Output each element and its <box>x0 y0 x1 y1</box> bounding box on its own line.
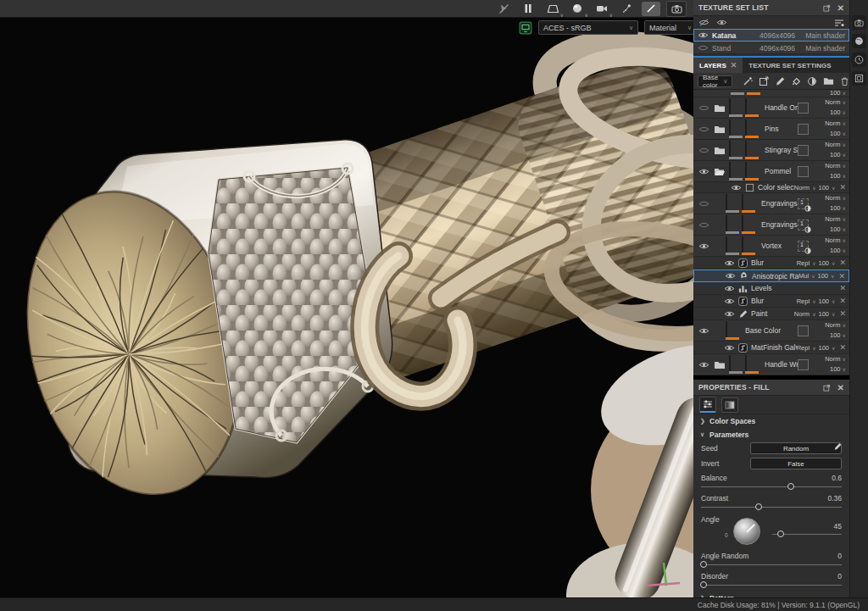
effect-blend-opacity[interactable]: Repl ∨ 100 ∨ ✕ <box>797 343 849 352</box>
layer-thumbnail[interactable] <box>726 195 740 213</box>
layer-row-fill[interactable]: Engravings Koi Black 1Norm ∨100 ∨ <box>693 193 849 214</box>
blend-opacity[interactable]: Norm ∨100 ∨ <box>812 97 849 118</box>
eye-open-icon[interactable] <box>724 285 735 292</box>
layer-row-fill[interactable]: Vortex 1Norm ∨100 ∨ <box>693 236 849 257</box>
layer-mask-thumbnail[interactable]: 1 <box>798 241 809 252</box>
panel-tab-render-camera[interactable] <box>852 15 866 30</box>
eye-open-icon[interactable] <box>724 259 735 267</box>
slider-knob[interactable] <box>700 581 707 588</box>
colorspace-dropdown[interactable]: ACES - sRGB∨ <box>538 20 638 35</box>
tab-material-props[interactable] <box>699 397 716 413</box>
eye-open-icon[interactable] <box>693 168 714 175</box>
shading-mode-dropdown[interactable]: Material∨ <box>644 20 693 35</box>
layer-thumbnail[interactable] <box>729 99 743 117</box>
remove-effect-icon[interactable]: ✕ <box>839 284 846 292</box>
close-icon[interactable]: ✕ <box>837 3 844 13</box>
katana-render[interactable] <box>0 0 693 597</box>
tab-layers[interactable]: LAYERS ✕ <box>693 58 743 73</box>
layer-thumbnail[interactable] <box>745 99 760 117</box>
fill-bucket-icon[interactable] <box>791 76 801 86</box>
smart-material-icon[interactable] <box>743 76 753 86</box>
effect-stack-icon[interactable] <box>807 76 817 86</box>
remove-effect-icon[interactable]: ✕ <box>839 297 846 305</box>
eye-open-icon[interactable] <box>716 19 727 26</box>
tool-material-sphere[interactable]: ∨ <box>568 2 587 16</box>
blend-opacity[interactable]: Norm ∨100 ∨ <box>812 161 849 181</box>
param-slider[interactable] <box>701 561 842 569</box>
angle-dial[interactable] <box>733 518 760 545</box>
effect-row[interactable]: Blur Repl ∨ 100 ∨ ✕ <box>693 257 849 269</box>
tool-particle-brush[interactable] <box>617 2 636 16</box>
layer-row-group[interactable]: Handle Ornament Norm ∨100 ∨ <box>693 97 849 119</box>
layer-mask-thumbnail[interactable] <box>798 124 809 135</box>
list-filter-icon[interactable] <box>834 19 844 27</box>
panel-tab-history-clock[interactable] <box>852 53 866 67</box>
remove-effect-icon[interactable]: ✕ <box>838 272 845 281</box>
blend-opacity[interactable]: Norm ∨100 ∨ <box>812 193 849 214</box>
slider-knob[interactable] <box>787 483 794 490</box>
effect-row[interactable]: Levels ✕ <box>693 282 849 295</box>
layer-thumbnail[interactable] <box>742 237 756 255</box>
layer-row-group[interactable]: Handle Wraps Norm ∨100 ∨ <box>693 354 849 375</box>
panel-tab-shader-ball[interactable] <box>852 34 866 48</box>
layer-thumbnail[interactable] <box>729 142 743 159</box>
eye-closed-icon[interactable] <box>693 125 714 133</box>
layer-mask-thumbnail[interactable] <box>798 166 809 177</box>
layer-mask-thumbnail[interactable] <box>798 103 809 114</box>
layer-thumbnail[interactable] <box>729 356 743 374</box>
eye-closed-icon[interactable] <box>693 221 714 229</box>
tab-close-icon[interactable]: ✕ <box>731 61 737 69</box>
effect-blend-opacity[interactable]: ✕ <box>837 284 849 292</box>
tool-screenshot-camera[interactable] <box>666 1 687 17</box>
layer-thumbnail[interactable] <box>726 322 740 340</box>
blend-opacity[interactable]: Norm ∨100 ∨ <box>812 214 849 235</box>
tool-cursor-disabled[interactable] <box>494 2 513 16</box>
blend-opacity[interactable]: Norm ∨100 ∨ <box>812 320 849 341</box>
effect-row[interactable]: Blur Repl ∨ 100 ∨ ✕ <box>693 295 849 308</box>
layer-mask-thumbnail[interactable] <box>798 325 809 336</box>
blend-opacity[interactable]: Norm ∨100 ∨ <box>812 140 849 160</box>
effect-blend-opacity[interactable]: Repl ∨ 100 ∨ ✕ <box>797 297 849 305</box>
layer-thumbnail[interactable] <box>729 120 743 138</box>
effect-blend-opacity[interactable]: Repl ∨ 100 ∨ ✕ <box>797 258 849 267</box>
display-calibration-icon[interactable] <box>519 21 532 35</box>
param-slider[interactable] <box>772 530 842 538</box>
remove-effect-icon[interactable]: ✕ <box>839 183 846 192</box>
fill-layer-icon[interactable] <box>759 76 769 86</box>
blend-opacity[interactable]: 100 ∨ <box>812 90 849 97</box>
eye-closed-icon[interactable] <box>693 104 714 112</box>
effect-blend-opacity[interactable]: Mul ∨ 100 ∨ ✕ <box>798 272 849 281</box>
delete-layer-icon[interactable] <box>840 76 849 86</box>
param-slider[interactable] <box>701 581 842 589</box>
eye-open-icon[interactable] <box>725 272 736 280</box>
eye-closed-icon[interactable] <box>693 200 714 208</box>
eye-open-icon[interactable] <box>693 361 714 369</box>
layer-row-group[interactable]: Pins Norm ∨100 ∨ <box>693 119 849 140</box>
effect-row[interactable]: Paint Norm ∨ 100 ∨ ✕ <box>693 308 849 320</box>
layer-thumbnail[interactable] <box>745 142 760 159</box>
eye-open-icon[interactable] <box>724 297 735 305</box>
tab-texture-set-settings[interactable]: TEXTURE SET SETTINGS <box>743 58 837 73</box>
remove-effect-icon[interactable]: ✕ <box>839 258 846 267</box>
layer-row-fill[interactable]: Base Color Norm ∨100 ∨ <box>693 320 849 342</box>
eye-closed-icon[interactable] <box>698 44 709 52</box>
layer-thumbnail[interactable] <box>745 163 760 181</box>
remove-effect-icon[interactable]: ✕ <box>839 343 846 352</box>
eye-crossed-icon[interactable] <box>698 19 709 26</box>
param-value-button[interactable]: False <box>750 458 842 469</box>
slider-knob[interactable] <box>700 561 707 568</box>
eye-open-icon[interactable] <box>693 327 714 335</box>
effect-blend-opacity[interactable]: Norm ∨ 100 ∨ ✕ <box>794 309 849 318</box>
layer-row-group[interactable]: Stingray Skin Norm ∨100 ∨ <box>693 140 849 161</box>
layer-thumbnail[interactable] <box>742 195 756 213</box>
effect-row[interactable]: MatFinish Galvanized Repl ∨ 100 ∨ ✕ <box>693 342 849 354</box>
section-parameters[interactable]: ∨ Parameters <box>693 428 849 442</box>
tab-grayscale-props[interactable] <box>721 397 738 413</box>
viewport-3d[interactable]: ∨∨∨ ACES - sRGB∨ Material∨ <box>0 0 693 597</box>
param-slider[interactable] <box>701 483 842 491</box>
slider-knob[interactable] <box>755 503 762 510</box>
layer-thumbnail[interactable] <box>726 237 740 255</box>
effect-row[interactable]: Color selection Norm ∨ 100 ∨ ✕ <box>693 182 849 193</box>
eye-open-icon[interactable] <box>698 31 709 39</box>
layer-mask-thumbnail[interactable]: 1 <box>798 198 809 209</box>
